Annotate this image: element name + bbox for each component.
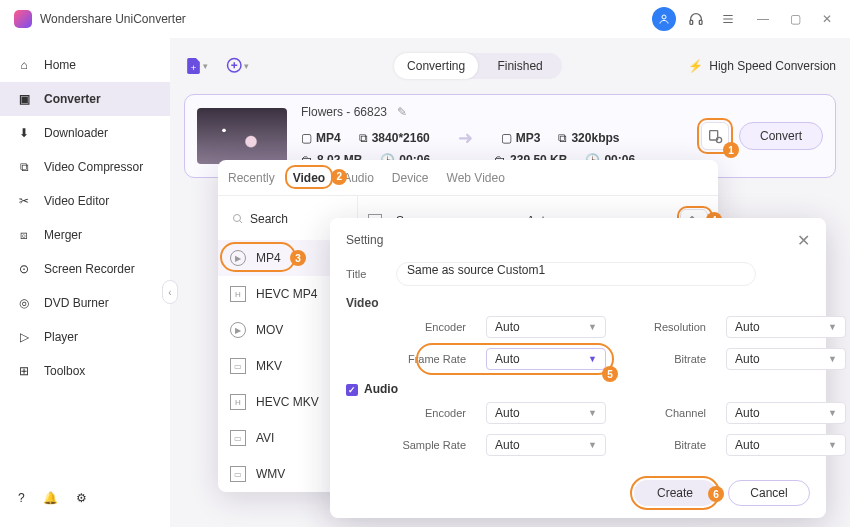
audio-encoder-select[interactable]: Auto▼ [486, 402, 606, 424]
grid-icon: ⊞ [16, 363, 32, 379]
dst-bitrate: ⧉ 320kbps [558, 127, 619, 149]
audio-checkbox[interactable]: ✓ [346, 384, 358, 396]
format-icon: ▭ [230, 430, 246, 446]
resolution-select[interactable]: Auto▼ [726, 316, 846, 338]
sidebar-item-label: Toolbox [44, 364, 85, 378]
svg-rect-1 [690, 20, 693, 24]
sidebar-item-recorder[interactable]: ⊙Screen Recorder [0, 252, 170, 286]
svg-text:+: + [191, 62, 197, 73]
aencoder-label: Encoder [376, 407, 466, 419]
badge-1: 1 [723, 142, 739, 158]
app-logo [14, 10, 32, 28]
arrow-icon: ➜ [458, 127, 473, 149]
channel-label: Channel [626, 407, 706, 419]
compress-icon: ⧉ [16, 159, 32, 175]
encoder-label: Encoder [376, 321, 466, 333]
minimize-icon[interactable]: — [754, 12, 772, 26]
format-icon: ▶ [230, 322, 246, 338]
framerate-select[interactable]: Auto▼ [486, 348, 606, 370]
sidebar-item-label: Home [44, 58, 76, 72]
channel-select[interactable]: Auto▼ [726, 402, 846, 424]
convert-icon: ▣ [16, 91, 32, 107]
bolt-icon: ⚡ [688, 59, 703, 73]
sidebar-item-dvd[interactable]: ◎DVD Burner [0, 286, 170, 320]
close-icon[interactable]: ✕ [818, 12, 836, 26]
badge-2: 2 [331, 169, 347, 185]
help-icon[interactable]: ? [18, 491, 25, 505]
audio-bitrate-select[interactable]: Auto▼ [726, 434, 846, 456]
high-speed-toggle[interactable]: ⚡High Speed Conversion [688, 59, 836, 73]
app-title: Wondershare UniConverter [40, 12, 186, 26]
segment-control: Converting Finished [394, 53, 562, 79]
format-icon: H [230, 286, 246, 302]
src-res: ⧉ 3840*2160 [359, 127, 430, 149]
play-icon: ▷ [16, 329, 32, 345]
dst-format: ▢ MP3 [501, 127, 541, 149]
video-encoder-select[interactable]: Auto▼ [486, 316, 606, 338]
sidebar-item-label: Player [44, 330, 78, 344]
title-input[interactable]: Same as source Custom1 [396, 262, 756, 286]
bell-icon[interactable]: 🔔 [43, 491, 58, 505]
samplerate-select[interactable]: Auto▼ [486, 434, 606, 456]
video-bitrate-select[interactable]: Auto▼ [726, 348, 846, 370]
sidebar-item-converter[interactable]: ▣Converter [0, 82, 170, 116]
sidebar: ⌂Home ▣Converter ⬇Downloader ⧉Video Comp… [0, 38, 170, 527]
settings-icon[interactable]: ⚙ [76, 491, 87, 505]
sidebar-item-compressor[interactable]: ⧉Video Compressor [0, 150, 170, 184]
headset-icon[interactable] [684, 7, 708, 31]
svg-point-7 [234, 215, 241, 222]
sidebar-item-home[interactable]: ⌂Home [0, 48, 170, 82]
close-dialog-icon[interactable]: ✕ [797, 231, 810, 250]
merge-icon: ⧇ [16, 227, 32, 243]
disc-icon: ◎ [16, 295, 32, 311]
add-folder-icon[interactable]: ▾ [226, 54, 250, 78]
tab-finished[interactable]: Finished [478, 53, 562, 79]
setting-title: Setting [346, 233, 383, 247]
video-thumbnail[interactable] [197, 108, 287, 164]
sidebar-item-label: Screen Recorder [44, 262, 135, 276]
convert-button[interactable]: Convert [739, 122, 823, 150]
title-label: Title [346, 268, 386, 280]
user-icon[interactable] [652, 7, 676, 31]
badge-6: 6 [708, 486, 724, 502]
add-file-icon[interactable]: +▾ [184, 54, 208, 78]
search-icon [232, 213, 244, 225]
tab-converting[interactable]: Converting [394, 53, 478, 79]
tab-webvideo[interactable]: Web Video [447, 171, 505, 185]
sidebar-item-label: Converter [44, 92, 101, 106]
setting-dialog: Setting ✕ Title Same as source Custom1 V… [330, 218, 826, 518]
maximize-icon[interactable]: ▢ [786, 12, 804, 26]
tab-audio[interactable]: Audio [343, 171, 374, 185]
format-icon: ▭ [230, 358, 246, 374]
scissors-icon: ✂ [16, 193, 32, 209]
video-section-label: Video [346, 296, 810, 310]
sidebar-item-toolbox[interactable]: ⊞Toolbox [0, 354, 170, 388]
framerate-label: Frame Rate [376, 353, 466, 365]
sidebar-item-label: Merger [44, 228, 82, 242]
format-icon: ▶ [230, 250, 246, 266]
sidebar-item-player[interactable]: ▷Player [0, 320, 170, 354]
tab-video[interactable]: Video 2 [293, 171, 325, 185]
sidebar-item-merger[interactable]: ⧇Merger [0, 218, 170, 252]
bitrate-label: Bitrate [626, 353, 706, 365]
badge-5: 5 [602, 366, 618, 382]
sidebar-item-editor[interactable]: ✂Video Editor [0, 184, 170, 218]
download-icon: ⬇ [16, 125, 32, 141]
toolbar: +▾ ▾ Converting Finished ⚡High Speed Con… [184, 48, 836, 84]
samplerate-label: Sample Rate [376, 439, 466, 451]
sidebar-item-label: Video Editor [44, 194, 109, 208]
menu-icon[interactable] [716, 7, 740, 31]
tab-device[interactable]: Device [392, 171, 429, 185]
cancel-button[interactable]: Cancel [728, 480, 810, 506]
format-icon: H [230, 394, 246, 410]
edit-name-icon[interactable]: ✎ [397, 105, 407, 119]
create-button[interactable]: Create [634, 480, 716, 506]
file-name: Flowers - 66823 [301, 105, 387, 119]
tab-recently[interactable]: Recently [228, 171, 275, 185]
resolution-label: Resolution [626, 321, 706, 333]
sidebar-item-downloader[interactable]: ⬇Downloader [0, 116, 170, 150]
format-icon: ▭ [230, 466, 246, 482]
src-format: ▢ MP4 [301, 127, 341, 149]
record-icon: ⊙ [16, 261, 32, 277]
svg-point-0 [662, 15, 666, 19]
